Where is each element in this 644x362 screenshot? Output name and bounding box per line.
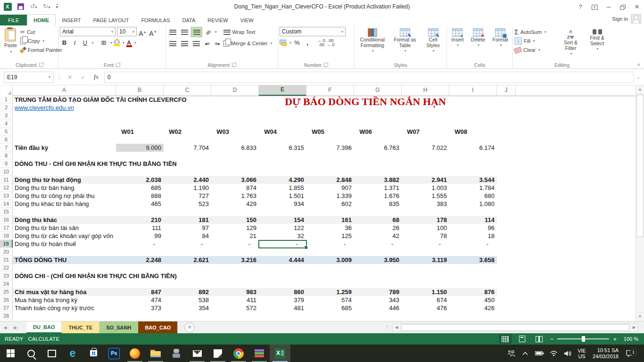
cell-B14[interactable]: 465 bbox=[116, 200, 164, 208]
zoom-level[interactable]: 100 % bbox=[621, 336, 638, 342]
cell-H13[interactable]: 1.555 bbox=[402, 192, 449, 200]
fill-color-icon[interactable] bbox=[114, 40, 120, 46]
ribbon-tab-home[interactable]: HOME bbox=[27, 14, 56, 25]
row-header-7[interactable]: 7 bbox=[0, 144, 13, 152]
cell-A18[interactable]: Dòng thu từ các khoản vay/ góp vốn bbox=[15, 232, 113, 240]
ribbon-tab-file[interactable]: FILE bbox=[0, 15, 27, 25]
zoom-out-icon[interactable]: − bbox=[550, 336, 554, 343]
tab-bar-resize-handle[interactable]: ⋮ bbox=[385, 325, 389, 330]
normal-view-icon[interactable] bbox=[499, 334, 512, 344]
cancel-icon[interactable]: ✕ bbox=[65, 74, 75, 81]
orientation-icon[interactable]: ab bbox=[202, 26, 215, 39]
taskbar-search-icon[interactable] bbox=[21, 345, 41, 362]
cell-E16[interactable]: 154 bbox=[259, 216, 306, 224]
column-header-F[interactable]: F bbox=[306, 85, 354, 96]
formula-input[interactable]: 0 bbox=[104, 72, 634, 83]
cell-C17[interactable]: 97 bbox=[164, 224, 211, 232]
borders-icon[interactable]: ⊞ bbox=[99, 38, 108, 47]
cell-C12[interactable]: 1.190 bbox=[164, 184, 211, 192]
format-cells-button[interactable]: ▦ Format▾ bbox=[491, 27, 510, 49]
cell-D18[interactable]: 21 bbox=[211, 232, 259, 240]
cell-B26[interactable]: 474 bbox=[116, 296, 164, 304]
taskbar-mail-icon[interactable] bbox=[187, 345, 207, 362]
cell-A9[interactable]: DÒNG THU - CHỈ GHI NHẬN KHI THỰC THU BẰN… bbox=[15, 160, 177, 168]
row-header-19[interactable]: 19 bbox=[0, 240, 13, 248]
cell-G11[interactable]: 3.882 bbox=[354, 176, 402, 184]
row-header-15[interactable]: 15 bbox=[0, 208, 13, 216]
row-header-6[interactable]: 6 bbox=[0, 136, 13, 144]
increase-font-icon[interactable]: A▲ bbox=[138, 27, 147, 36]
minimize-icon[interactable]: ─ bbox=[602, 3, 616, 10]
vertical-scroll-thumb[interactable] bbox=[636, 95, 644, 237]
cell-B17[interactable]: 111 bbox=[116, 224, 164, 232]
cell-F16[interactable]: 161 bbox=[306, 216, 354, 224]
cell-C26[interactable]: 538 bbox=[164, 296, 211, 304]
cell-I5[interactable]: W08 bbox=[449, 128, 497, 136]
cell-I25[interactable]: 876 bbox=[449, 288, 497, 296]
cell-G12[interactable]: 1.371 bbox=[354, 184, 402, 192]
cell-G7[interactable]: 6.763 bbox=[354, 144, 402, 152]
cell-A25[interactable]: Chi mua vật tư hàng hóa bbox=[15, 288, 86, 296]
avatar-icon[interactable] bbox=[631, 14, 641, 24]
find-select-button[interactable]: Find & Select▾ bbox=[585, 27, 610, 53]
cell-H7[interactable]: 7.022 bbox=[402, 144, 449, 152]
page-layout-view-icon[interactable] bbox=[516, 334, 528, 344]
taskbar-firefox-icon[interactable] bbox=[124, 345, 145, 362]
cell-D13[interactable]: 1.763 bbox=[211, 192, 259, 200]
cell-F27[interactable]: 685 bbox=[306, 304, 354, 312]
redo-icon[interactable]: ↻▾ bbox=[43, 3, 50, 11]
cell-D27[interactable]: 572 bbox=[211, 304, 259, 312]
sheet-tab-du_bao[interactable]: DU_BAO bbox=[26, 321, 62, 333]
cell-A2[interactable]: www.clevercfo.edu.vn bbox=[15, 104, 74, 112]
cell-E27[interactable]: 481 bbox=[259, 304, 306, 312]
name-box[interactable]: E19▾ bbox=[4, 72, 54, 83]
conditional-formatting-button[interactable]: Conditional Formatting▾ bbox=[356, 27, 389, 55]
sheet-tab-bao_cao[interactable]: BAO_CAO bbox=[138, 321, 178, 333]
row-header-25[interactable]: 25 bbox=[0, 288, 13, 296]
row-header-16[interactable]: 16 bbox=[0, 216, 13, 224]
number-format-select[interactable]: Custom▾ bbox=[280, 27, 346, 36]
cell-C27[interactable]: 354 bbox=[164, 304, 211, 312]
bottom-align-icon[interactable] bbox=[191, 27, 202, 37]
cell-I27[interactable]: 426 bbox=[449, 304, 497, 312]
paste-button[interactable]: Paste▾ bbox=[2, 27, 19, 56]
cell-A27[interactable]: Thanh toán công nợ kỳ trước bbox=[15, 304, 94, 312]
cell-F13[interactable]: 1.339 bbox=[306, 192, 354, 200]
row-header-10[interactable]: 10 bbox=[0, 168, 13, 176]
cell-D16[interactable]: 150 bbox=[211, 216, 259, 224]
row-header-24[interactable]: 24 bbox=[0, 280, 13, 288]
page-break-view-icon[interactable] bbox=[533, 334, 545, 344]
cell-B19[interactable]: - bbox=[116, 240, 164, 248]
cell-H16[interactable]: 178 bbox=[402, 216, 449, 224]
sort-filter-button[interactable]: AZ Sort & Filter▾ bbox=[558, 27, 583, 58]
accounting-format-icon[interactable] bbox=[280, 40, 287, 46]
column-header-J[interactable]: J bbox=[497, 85, 516, 96]
cell-I11[interactable]: 3.544 bbox=[449, 176, 497, 184]
cell-C25[interactable]: 892 bbox=[164, 288, 211, 296]
cell-E14[interactable]: 934 bbox=[259, 200, 306, 208]
zoom-in-icon[interactable]: + bbox=[613, 336, 617, 343]
cell-A21[interactable]: TỔNG DÒNG THU bbox=[15, 256, 67, 264]
column-header-G[interactable]: G bbox=[354, 85, 402, 96]
row-header-14[interactable]: 14 bbox=[0, 200, 13, 208]
row-header-26[interactable]: 26 bbox=[0, 296, 13, 304]
cell-H17[interactable]: 100 bbox=[402, 224, 449, 232]
cell-D14[interactable]: 429 bbox=[211, 200, 259, 208]
cell-I19[interactable]: - bbox=[449, 240, 497, 248]
row-header-20[interactable]: 20 bbox=[0, 248, 13, 256]
cell-G5[interactable]: W06 bbox=[354, 128, 402, 136]
scroll-left-icon[interactable]: ◀ bbox=[393, 325, 401, 329]
cell-E21[interactable]: 4.444 bbox=[259, 256, 306, 264]
cell-A14[interactable]: Dòng thu khác từ bán hàng bbox=[15, 200, 89, 208]
column-header-I[interactable]: I bbox=[449, 85, 497, 96]
people-icon[interactable] bbox=[505, 350, 517, 357]
top-align-icon[interactable] bbox=[167, 27, 178, 37]
cell-E18[interactable]: 32 bbox=[259, 232, 306, 240]
comma-style-icon[interactable]: , bbox=[303, 38, 312, 47]
cell-C13[interactable]: 727 bbox=[164, 192, 211, 200]
cell-H19[interactable]: - bbox=[402, 240, 449, 248]
alignment-dialog-launcher[interactable] bbox=[232, 63, 236, 67]
cell-H12[interactable]: 1.003 bbox=[402, 184, 449, 192]
number-dialog-launcher[interactable] bbox=[324, 63, 328, 67]
cell-F12[interactable]: 907 bbox=[306, 184, 354, 192]
